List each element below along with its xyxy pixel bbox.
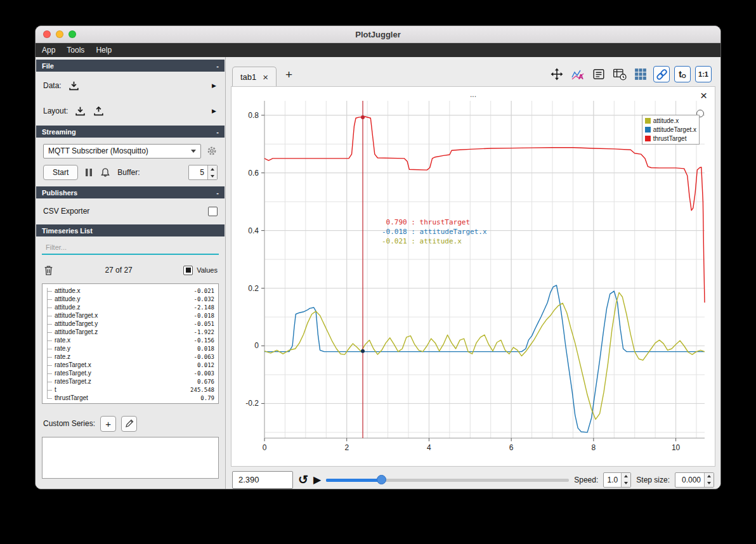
filter-input[interactable] (42, 241, 219, 255)
speed-label: Speed: (574, 476, 598, 484)
streaming-source-select[interactable]: MQTT Subscriber (Mosquitto) (43, 144, 201, 159)
menu-item-help[interactable]: Help (96, 46, 112, 55)
legend-entry[interactable]: thrustTarget (645, 134, 696, 143)
timeseries-row[interactable]: attitudeTarget.x-0.018 (42, 311, 218, 320)
save-layout-icon (93, 105, 105, 117)
menu-item-tools[interactable]: Tools (67, 46, 84, 55)
timeseries-list: attitude.x-0.021attitude.y-0.032attitude… (42, 283, 219, 404)
collapse-icon[interactable]: - (216, 189, 219, 197)
timeseries-row[interactable]: rate.z-0.063 (42, 353, 218, 361)
link-time-button[interactable] (653, 66, 670, 82)
timeseries-row[interactable]: attitudeTarget.z-1.922 (42, 328, 218, 336)
streaming-source-row: MQTT Subscriber (Mosquitto) (36, 143, 225, 159)
streaming-settings-button[interactable] (206, 145, 218, 157)
plot-close-button[interactable]: × (700, 89, 707, 103)
pencil-icon (124, 418, 134, 429)
timeseries-row[interactable]: t245.548 (42, 385, 218, 394)
list-view-button[interactable] (590, 66, 607, 82)
timeseries-row[interactable]: attitudeTarget.y-0.051 (42, 320, 218, 328)
zoom-window-button[interactable] (68, 30, 76, 38)
timeseries-name: rate.z (55, 353, 193, 360)
spin-up-button[interactable] (705, 473, 714, 480)
close-window-button[interactable] (43, 30, 51, 38)
timeseries-row[interactable]: ratesTarget.y-0.003 (42, 369, 218, 377)
timeseries-name: rate.y (55, 345, 197, 352)
speed-spinbox[interactable]: 1.0 (603, 472, 631, 488)
delete-series-button[interactable] (43, 264, 54, 276)
timeline-slider[interactable] (326, 473, 569, 487)
collapse-icon[interactable]: - (216, 62, 219, 70)
custom-series-list[interactable] (42, 437, 219, 479)
svg-text:2: 2 (344, 443, 349, 452)
timeseries-row[interactable]: thrustTarget0.79 (42, 394, 218, 402)
t0-button[interactable]: tO (674, 66, 691, 82)
ratio-1-1-button[interactable]: 1:1 (695, 66, 712, 82)
save-layout-button[interactable] (93, 105, 105, 117)
load-layout-icon (74, 105, 86, 117)
pause-streaming-button[interactable] (84, 167, 93, 178)
timeseries-row[interactable]: rate.y0.018 (42, 344, 218, 353)
timeseries-value: -0.156 (193, 337, 214, 344)
plot-title: ... (231, 90, 715, 99)
tab-close-icon[interactable]: × (263, 72, 268, 82)
plot-toolbar: A tO (549, 66, 712, 82)
timeseries-row[interactable]: attitude.y-0.032 (42, 295, 218, 303)
pan-move-button[interactable] (549, 66, 565, 82)
current-time-input[interactable] (232, 471, 293, 489)
grid-layout-button[interactable] (632, 66, 649, 82)
csv-exporter-checkbox[interactable] (208, 207, 218, 216)
notifications-button[interactable] (100, 167, 111, 178)
speed-value: 1.0 (604, 473, 621, 487)
loop-button[interactable]: ↺ (298, 472, 308, 487)
buffer-spinbox[interactable]: 5 (188, 165, 218, 180)
content: File - Data: ▶ Layout: ▶ (36, 57, 720, 489)
curve-style-button[interactable]: A (570, 66, 586, 82)
section-header-timeseries[interactable]: Timeseries List (36, 224, 225, 236)
timeseries-value: 0.676 (197, 379, 214, 385)
titlebar: PlotJuggler (36, 26, 720, 43)
traffic-lights (43, 30, 76, 38)
buffer-label: Buffer: (117, 168, 140, 177)
play-button[interactable]: ▶ (313, 474, 321, 486)
step-size-spinbox[interactable]: 0.000 (675, 472, 714, 488)
menu-item-app[interactable]: App (42, 46, 55, 55)
timeseries-row[interactable]: rate.x-0.156 (42, 336, 218, 344)
legend-entry[interactable]: attitudeTarget.x (645, 126, 696, 134)
values-toggle: Values (183, 266, 218, 275)
load-layout-button[interactable] (74, 105, 86, 117)
svg-text:0.6: 0.6 (248, 169, 259, 178)
timeseries-name: t (55, 386, 190, 393)
spin-down-button[interactable] (622, 480, 630, 487)
layout-menu-arrow-icon[interactable]: ▶ (212, 108, 216, 114)
section-header-publishers[interactable]: Publishers - (36, 186, 225, 198)
data-label: Data: (43, 81, 62, 90)
add-custom-series-button[interactable]: + (100, 416, 116, 432)
values-checkbox[interactable] (183, 266, 193, 275)
start-streaming-button[interactable]: Start (43, 165, 78, 180)
menu-bar: AppToolsHelp (36, 43, 720, 57)
csv-exporter-label: CSV Exporter (43, 207, 89, 216)
edit-custom-series-button[interactable] (121, 416, 137, 432)
timeseries-row[interactable]: attitude.x-0.021 (42, 287, 218, 295)
spin-up-button[interactable] (622, 473, 630, 480)
spin-down-button[interactable] (705, 480, 714, 487)
load-data-button[interactable] (68, 80, 80, 92)
time-buffer-button[interactable] (611, 66, 628, 82)
timeseries-value: -1.922 (193, 329, 214, 335)
add-tab-button[interactable]: + (285, 68, 292, 82)
timeline-slider-handle[interactable] (377, 475, 386, 484)
minimize-window-button[interactable] (56, 30, 63, 38)
spin-up-button[interactable] (208, 165, 217, 172)
data-menu-arrow-icon[interactable]: ▶ (212, 82, 216, 89)
legend-entry[interactable]: attitude.x (645, 117, 696, 125)
collapse-icon[interactable]: - (216, 128, 219, 136)
plotjuggler-window: PlotJuggler AppToolsHelp File - Data: ▶ … (35, 25, 721, 489)
timeseries-value: -0.003 (193, 370, 214, 377)
section-header-streaming[interactable]: Streaming - (36, 126, 225, 138)
timeseries-row[interactable]: ratesTarget.x0.012 (42, 361, 218, 369)
tab-tab1[interactable]: tab1 × (232, 67, 277, 87)
timeseries-row[interactable]: ratesTarget.z0.676 (42, 377, 218, 385)
section-header-file[interactable]: File - (36, 60, 225, 72)
timeseries-row[interactable]: attitude.z-2.148 (42, 303, 218, 311)
spin-down-button[interactable] (208, 172, 217, 179)
